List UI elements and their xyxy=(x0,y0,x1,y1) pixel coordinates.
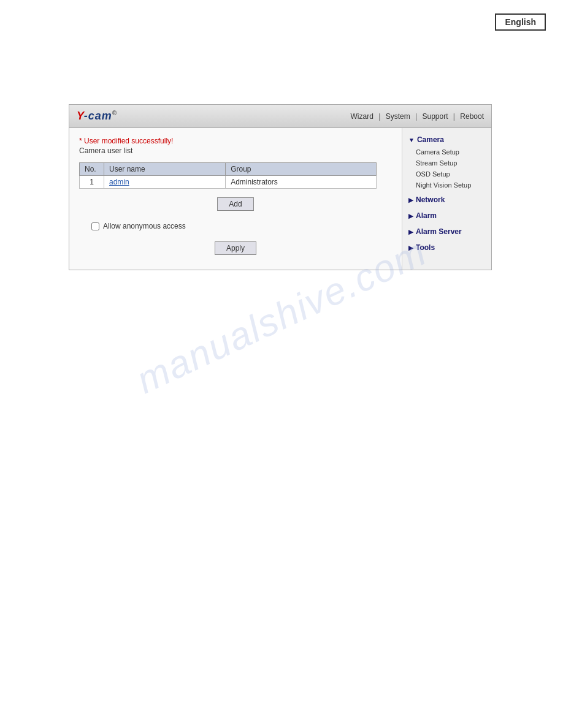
col-header-no: No. xyxy=(80,163,104,176)
sidebar-header-network[interactable]: Network xyxy=(402,193,491,207)
nav-sep-1: | xyxy=(378,112,380,121)
sidebar-section-alarm: Alarm xyxy=(402,209,491,222)
sidebar-header-camera[interactable]: Camera xyxy=(402,133,491,146)
nav-sep-2: | xyxy=(415,112,417,121)
add-button-row: Add xyxy=(79,197,392,211)
language-button[interactable]: English xyxy=(495,13,546,31)
sidebar-section-network: Network xyxy=(402,193,491,207)
sidebar-section-alarm-server: Alarm Server xyxy=(402,225,491,238)
apply-button-row: Apply xyxy=(79,241,392,255)
col-header-group: Group xyxy=(226,163,376,176)
sidebar-header-alarm[interactable]: Alarm xyxy=(402,209,491,222)
top-bar: Y-cam® Wizard | System | Support | Reboo… xyxy=(69,105,491,128)
nav-reboot[interactable]: Reboot xyxy=(460,112,484,121)
col-header-username: User name xyxy=(104,163,226,176)
sidebar: CameraCamera SetupStream SetupOSD SetupN… xyxy=(402,128,491,270)
add-button[interactable]: Add xyxy=(217,197,253,211)
cell-username[interactable]: admin xyxy=(104,176,226,189)
sidebar-item-stream-setup[interactable]: Stream Setup xyxy=(402,157,491,169)
cell-no: 1 xyxy=(80,176,104,189)
sidebar-arrow-network xyxy=(408,197,413,203)
main-panel: Y-cam® Wizard | System | Support | Reboo… xyxy=(69,104,492,270)
nav-wizard[interactable]: Wizard xyxy=(350,112,373,121)
logo-y: Y xyxy=(77,110,84,122)
success-message: * User modified successfully! xyxy=(79,137,392,145)
sidebar-label-tools: Tools xyxy=(416,243,435,252)
sidebar-header-alarm-server[interactable]: Alarm Server xyxy=(402,225,491,238)
sidebar-label-camera: Camera xyxy=(417,135,444,144)
nav-system[interactable]: System xyxy=(386,112,410,121)
top-nav: Wizard | System | Support | Reboot xyxy=(350,112,484,121)
sidebar-arrow-alarm-server xyxy=(408,229,413,235)
apply-button[interactable]: Apply xyxy=(215,241,256,255)
sidebar-arrow-camera xyxy=(408,137,415,143)
username-link[interactable]: admin xyxy=(109,178,129,186)
sidebar-section-tools: Tools xyxy=(402,241,491,254)
sidebar-label-alarm-server: Alarm Server xyxy=(416,227,462,236)
sidebar-header-tools[interactable]: Tools xyxy=(402,241,491,254)
user-table: No. User name Group 1 admin Administrato… xyxy=(79,162,377,189)
main-content: * User modified successfully! Camera use… xyxy=(69,128,402,270)
sidebar-label-alarm: Alarm xyxy=(416,211,437,220)
nav-sep-3: | xyxy=(453,112,455,121)
logo: Y-cam® xyxy=(77,110,117,123)
cell-group: Administrators xyxy=(226,176,376,189)
content-area: * User modified successfully! Camera use… xyxy=(69,128,491,270)
anonymous-access-label: Allow anonymous access xyxy=(103,222,186,230)
sidebar-section-camera: CameraCamera SetupStream SetupOSD SetupN… xyxy=(402,133,491,191)
nav-support[interactable]: Support xyxy=(422,112,448,121)
table-row: 1 admin Administrators xyxy=(80,176,377,189)
sidebar-item-night-vision-setup[interactable]: Night Vision Setup xyxy=(402,180,491,191)
sidebar-arrow-alarm xyxy=(408,213,413,219)
sidebar-item-osd-setup[interactable]: OSD Setup xyxy=(402,169,491,180)
sidebar-arrow-tools xyxy=(408,245,413,251)
sidebar-label-network: Network xyxy=(416,195,445,204)
anonymous-access-row: Allow anonymous access xyxy=(91,222,392,230)
language-selector[interactable]: English xyxy=(495,13,546,31)
page-subtitle: Camera user list xyxy=(79,146,392,155)
sidebar-item-camera-setup[interactable]: Camera Setup xyxy=(402,146,491,157)
anonymous-access-checkbox[interactable] xyxy=(91,222,99,230)
